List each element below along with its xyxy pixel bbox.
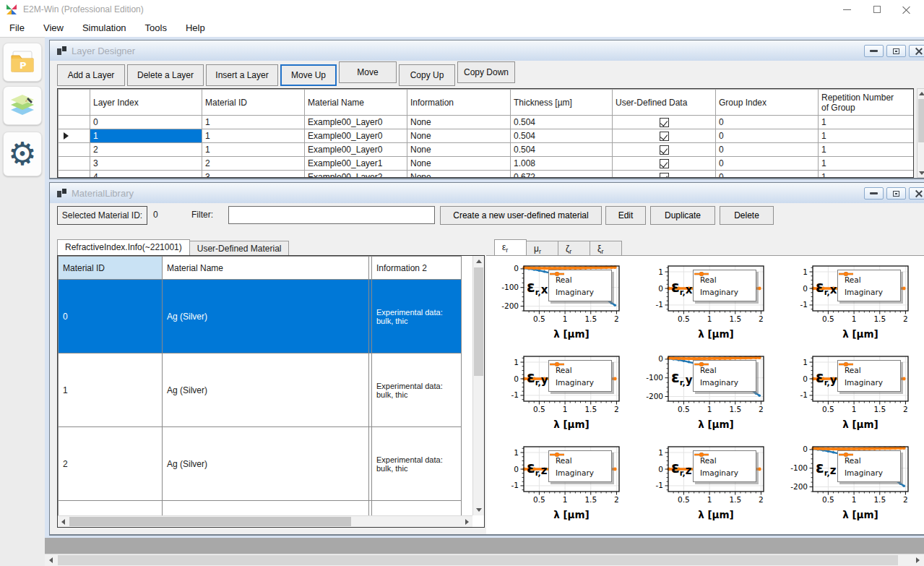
material-name-cell[interactable]: Example00_Layer0	[305, 129, 407, 143]
material-id-cell[interactable]: 2	[202, 157, 305, 171]
layer-column-header[interactable]: Material Name	[305, 90, 407, 116]
information-2-header[interactable]: Information 2	[372, 257, 462, 280]
table-row[interactable]: 01Example00_Layer0None0.50401	[59, 116, 914, 129]
material-id-cell[interactable]: 1	[202, 143, 305, 157]
material-row[interactable]: 1Ag (Silver)Experimental data: bulk, thi…	[59, 353, 462, 427]
menu-file[interactable]: File	[0, 19, 34, 37]
group-index-cell[interactable]: 0	[716, 143, 819, 157]
tab-user-defined-material[interactable]: User-Defined Material	[189, 241, 290, 255]
material-table-vertical-scrollbar[interactable]	[472, 256, 484, 515]
layer-column-header[interactable]: Group Index	[716, 90, 819, 116]
checkbox[interactable]	[660, 159, 669, 168]
add-layer-button[interactable]: Add a Layer	[57, 64, 125, 86]
layer-index-cell[interactable]: 2	[90, 143, 202, 157]
row-header[interactable]	[59, 143, 90, 157]
material-name-cell[interactable]: Example00_Layer0	[305, 116, 407, 129]
information-cell[interactable]: None	[407, 157, 511, 171]
tensor-tab-ξ[interactable]: ξr	[590, 241, 622, 255]
delete-layer-button[interactable]: Delete a Layer	[127, 64, 204, 86]
user-defined-data-cell[interactable]	[613, 116, 716, 129]
insert-layer-button[interactable]: Insert a Layer	[206, 64, 278, 86]
layer-index-cell[interactable]: 3	[90, 157, 202, 171]
project-folder-button[interactable]: P	[3, 43, 42, 82]
move-up-button[interactable]: Move Up	[280, 64, 337, 86]
layer-editor-button[interactable]	[3, 86, 42, 125]
layer-column-header[interactable]: Material ID	[202, 90, 305, 116]
layer-column-header[interactable]	[59, 90, 90, 116]
checkbox[interactable]	[660, 145, 669, 155]
menu-simulation[interactable]: Simulation	[73, 19, 136, 37]
information-cell[interactable]: None	[407, 143, 511, 157]
repetition-cell[interactable]: 1	[819, 171, 914, 179]
material-id-cell[interactable]: 1	[202, 116, 305, 129]
window-maximize-button[interactable]	[865, 0, 889, 19]
window-minimize-button[interactable]	[834, 0, 859, 19]
move-button[interactable]: Move	[339, 61, 397, 83]
information-cell[interactable]: None	[407, 116, 511, 129]
layer-designer-titlebar[interactable]: Layer Designer	[50, 40, 924, 61]
thickness-cell[interactable]: 0.504	[511, 129, 613, 143]
thickness-cell[interactable]: 0.672	[511, 171, 613, 179]
material-row[interactable]: 2Ag (Silver)Experimental data: bulk, thi…	[59, 427, 462, 501]
repetition-cell[interactable]: 1	[819, 129, 914, 143]
material-table-horizontal-scrollbar[interactable]	[58, 515, 472, 527]
layer-column-header[interactable]: Layer Index	[90, 90, 202, 116]
panel-minimize-button[interactable]	[864, 45, 884, 57]
table-row[interactable]: 43Example00_Layer2None0.67201	[59, 171, 914, 179]
tensor-tab-ζ[interactable]: ζr	[558, 241, 590, 255]
layer-column-header[interactable]: Information	[407, 90, 511, 116]
thickness-cell[interactable]: 0.504	[511, 116, 613, 129]
repetition-cell[interactable]: 1	[819, 143, 914, 157]
user-defined-data-cell[interactable]	[613, 171, 716, 179]
information-cell[interactable]: None	[407, 129, 511, 143]
material-library-titlebar[interactable]: MaterialLibrary	[50, 183, 924, 203]
create-material-button[interactable]: Create a new user-defined material	[440, 206, 602, 225]
information-2-cell[interactable]: Experimental data: bulk, thic	[372, 353, 462, 427]
panel-maximize-button[interactable]	[886, 187, 906, 200]
group-index-cell[interactable]: 0	[716, 171, 819, 179]
layer-column-header[interactable]: User-Defined Data	[613, 90, 716, 116]
layer-column-header[interactable]: Repetition Number of Group	[819, 90, 914, 116]
repetition-cell[interactable]: 1	[819, 116, 914, 129]
menu-view[interactable]: View	[34, 19, 73, 37]
duplicate-material-button[interactable]: Duplicate	[650, 206, 715, 225]
material-id-header[interactable]: Material ID	[59, 257, 163, 280]
material-name-cell[interactable]: Ag (Silver)	[163, 427, 369, 501]
filter-input[interactable]	[228, 206, 435, 224]
tensor-tab-ε[interactable]: εr	[494, 239, 527, 255]
panel-close-button[interactable]	[909, 187, 924, 200]
checkbox[interactable]	[660, 173, 669, 179]
material-id-cell[interactable]: 1	[59, 353, 163, 427]
mdi-horizontal-scrollbar[interactable]	[45, 554, 924, 566]
material-id-cell[interactable]: 2	[59, 427, 163, 501]
table-row[interactable]: 21Example00_Layer0None0.50401	[59, 143, 914, 157]
menu-help[interactable]: Help	[176, 19, 215, 37]
table-row[interactable]: 32Example00_Layer1None1.00801	[59, 157, 914, 171]
table-row[interactable]: 11Example00_Layer0None0.50401	[59, 129, 914, 143]
tab-refractiveindex-info[interactable]: RefractiveIndex.Info(~221001)	[57, 239, 190, 255]
material-name-cell[interactable]: Example00_Layer1	[305, 157, 407, 171]
group-index-cell[interactable]: 0	[716, 157, 819, 171]
layer-index-cell[interactable]: 4	[90, 171, 202, 179]
row-header[interactable]	[59, 129, 90, 143]
settings-button[interactable]: ⚙	[3, 132, 42, 176]
tensor-tab-μ[interactable]: μr	[526, 241, 558, 255]
information-cell[interactable]: None	[407, 171, 511, 179]
row-header[interactable]	[59, 171, 90, 179]
material-row[interactable]	[59, 501, 462, 516]
layer-index-cell[interactable]: 0	[90, 116, 202, 129]
copy-up-button[interactable]: Copy Up	[399, 64, 455, 86]
panel-maximize-button[interactable]	[886, 45, 906, 57]
copy-down-button[interactable]: Copy Down	[457, 61, 515, 83]
material-name-cell[interactable]: Ag (Silver)	[163, 353, 369, 427]
checkbox[interactable]	[660, 132, 669, 141]
panel-minimize-button[interactable]	[864, 187, 884, 200]
checkbox[interactable]	[660, 118, 669, 127]
material-name-cell[interactable]: Ag (Silver)	[163, 280, 369, 353]
thickness-cell[interactable]: 0.504	[511, 143, 613, 157]
material-id-cell[interactable]: 1	[202, 129, 305, 143]
user-defined-data-cell[interactable]	[613, 157, 716, 171]
material-row[interactable]: 0Ag (Silver)Experimental data: bulk, thi…	[59, 280, 462, 353]
repetition-cell[interactable]: 1	[819, 157, 914, 171]
user-defined-data-cell[interactable]	[613, 143, 716, 157]
